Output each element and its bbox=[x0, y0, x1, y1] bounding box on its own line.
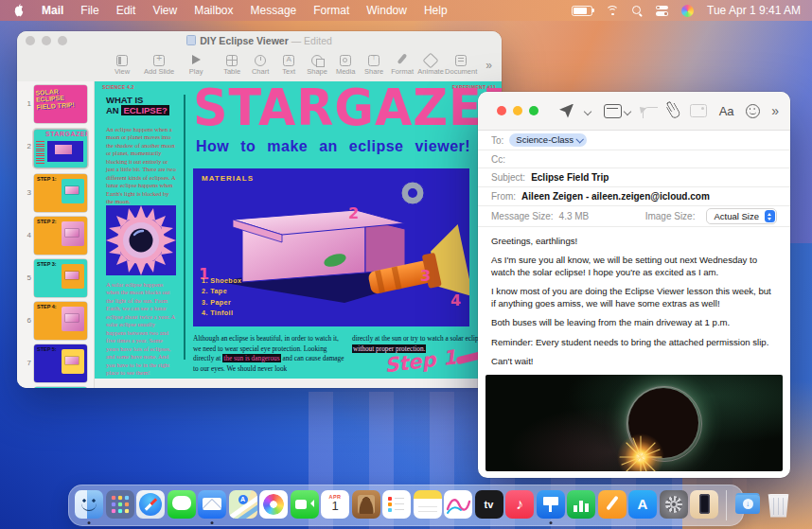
dock-item-pages[interactable] bbox=[598, 490, 627, 519]
minimize-button[interactable] bbox=[513, 106, 522, 115]
menu-help[interactable]: Help bbox=[424, 4, 448, 17]
dock-item-system-settings[interactable] bbox=[660, 490, 688, 519]
highlighted-phrase: the sun is dangerous bbox=[222, 354, 280, 362]
menu-edit[interactable]: Edit bbox=[116, 4, 136, 17]
toolbar-text-button[interactable]: Text bbox=[274, 55, 303, 76]
slide-what-is-heading[interactable]: WHAT IS AN ECLIPSE? bbox=[106, 95, 169, 116]
slide-subtitle[interactable]: How to make an eclipse viewer! bbox=[196, 138, 470, 155]
message-body-editor[interactable]: Greetings, earthlings! As I'm sure you a… bbox=[478, 227, 790, 399]
dock-item-contacts[interactable] bbox=[352, 490, 380, 519]
toolbar-format-button[interactable]: Format bbox=[388, 55, 416, 76]
dock-item-maps[interactable] bbox=[229, 490, 257, 519]
material-item: 1. Shoebox bbox=[202, 275, 241, 287]
materials-list: 1. Shoebox 2. Tape 3. Paper 4. Tinfoil bbox=[202, 275, 241, 319]
dock-item-numbers[interactable] bbox=[567, 490, 595, 519]
slide-thumbnail-7[interactable]: STEP 5: bbox=[34, 344, 87, 382]
mail-compose-window[interactable]: Aa » To: Science-Class Cc: Subject: Ecli… bbox=[478, 92, 790, 478]
eclipse-photo-attachment[interactable] bbox=[485, 375, 783, 471]
menu-file[interactable]: File bbox=[80, 4, 98, 17]
battery-icon[interactable] bbox=[572, 6, 592, 16]
format-text-button[interactable]: Aa bbox=[719, 104, 734, 118]
slide-eclipse-paragraph[interactable]: An eclipse happens when a moon or planet… bbox=[106, 126, 176, 206]
close-button[interactable] bbox=[497, 106, 506, 115]
slide-thumbnail-8[interactable]: DID YOU KNOW bbox=[34, 387, 87, 388]
cc-field[interactable]: Cc: bbox=[478, 150, 790, 168]
toolbar-document-button[interactable]: Document bbox=[445, 55, 477, 76]
dock-item-music[interactable] bbox=[505, 490, 534, 519]
subject-field[interactable]: Subject: Eclipse Field Trip bbox=[478, 168, 790, 187]
toolbar-overflow-button[interactable]: » bbox=[485, 59, 492, 72]
dock-item-iphone-mirroring[interactable] bbox=[690, 490, 718, 519]
zoom-button[interactable] bbox=[529, 106, 538, 115]
toolbar-view-button[interactable]: View bbox=[108, 55, 136, 76]
dock-item-launchpad[interactable] bbox=[106, 490, 134, 519]
slide-navigator[interactable]: 1 SOLAR ECLIPSE FIELD TRIP! 2 STARGAZER … bbox=[17, 81, 95, 388]
menu-view[interactable]: View bbox=[152, 4, 177, 17]
keynote-titlebar[interactable]: DIY Eclipse Viewer — Edited bbox=[17, 31, 502, 49]
dock-item-photos[interactable] bbox=[259, 490, 288, 519]
dock-item-apple-tv[interactable] bbox=[475, 490, 503, 519]
menu-mailbox[interactable]: Mailbox bbox=[194, 4, 233, 17]
dock-item-messages[interactable] bbox=[168, 490, 196, 519]
emoji-icon[interactable] bbox=[746, 104, 760, 118]
dock-item-app-store[interactable] bbox=[628, 490, 657, 519]
image-size-popup[interactable]: Actual Size bbox=[706, 208, 777, 224]
dock-item-keynote[interactable] bbox=[537, 490, 565, 519]
dock-item-mail[interactable] bbox=[198, 490, 226, 519]
reply-icon[interactable] bbox=[643, 107, 658, 118]
dock-item-freeform[interactable] bbox=[444, 490, 472, 519]
siri-icon[interactable] bbox=[681, 5, 694, 17]
materials-box[interactable]: MATERIALS 1 2 3 4 1. Shoebox 2. Tape 3. … bbox=[193, 168, 469, 326]
cc-label: Cc: bbox=[491, 154, 505, 165]
dock-item-reminders[interactable] bbox=[382, 490, 411, 519]
dock-item-safari[interactable] bbox=[136, 490, 165, 519]
toolbar-overflow-button[interactable]: » bbox=[771, 104, 779, 117]
apple-menu-icon[interactable] bbox=[13, 4, 25, 17]
document-proxy-icon[interactable] bbox=[186, 35, 196, 45]
toolbar-chart-button[interactable]: Chart bbox=[246, 55, 274, 76]
send-icon[interactable] bbox=[559, 104, 574, 118]
keynote-window[interactable]: DIY Eclipse Viewer — Edited View Add Sli… bbox=[17, 31, 502, 388]
toolbar-media-button[interactable]: Media bbox=[331, 55, 360, 76]
to-field[interactable]: To: Science-Class bbox=[478, 131, 790, 150]
toolbar-shape-button[interactable]: Shape bbox=[303, 55, 331, 76]
slide-canvas[interactable]: SCIENCE 4.2 EXPERIMENT #11 WHAT IS AN EC… bbox=[95, 81, 502, 379]
toolbar-share-button[interactable]: Share bbox=[360, 55, 388, 76]
slide-science-label[interactable]: SCIENCE 4.2 bbox=[102, 84, 134, 90]
dock-item-facetime[interactable] bbox=[291, 490, 319, 519]
toolbar-play-button[interactable]: Play bbox=[182, 55, 210, 76]
slide-thumbnail-row: 7 STEP 5: bbox=[17, 344, 94, 382]
sun-illustration-box[interactable] bbox=[106, 205, 176, 275]
toolbar-table-button[interactable]: Table bbox=[218, 55, 246, 76]
dock-item-calendar[interactable]: APR 1 bbox=[321, 490, 349, 519]
dock-item-downloads[interactable] bbox=[733, 490, 762, 519]
recipient-token[interactable]: Science-Class bbox=[509, 133, 587, 147]
menu-bar-clock[interactable]: Tue Apr 1 9:41 AM bbox=[707, 4, 801, 17]
menu-app-name[interactable]: Mail bbox=[42, 4, 63, 17]
slide-thumbnail-1[interactable]: SOLAR ECLIPSE FIELD TRIP! bbox=[34, 85, 87, 123]
menu-format[interactable]: Format bbox=[313, 4, 349, 17]
from-field[interactable]: From: Aileen Zeigen - aileen.zeigen@iclo… bbox=[478, 187, 790, 206]
send-options-chevron-icon[interactable] bbox=[585, 108, 591, 115]
toolbar-add-slide-button[interactable]: Add Slide bbox=[144, 55, 174, 76]
slide-solar-paragraph[interactable]: A solar eclipse happens when the moon bl… bbox=[106, 281, 176, 377]
toolbar-animate-button[interactable]: Animate bbox=[416, 55, 445, 76]
header-fields-button[interactable] bbox=[604, 104, 631, 118]
attachment-icon[interactable] bbox=[666, 102, 681, 119]
slide-title[interactable]: STARGAZER bbox=[193, 81, 502, 137]
menu-bar: Mail File Edit View Mailbox Message Form… bbox=[0, 0, 812, 21]
menu-message[interactable]: Message bbox=[251, 4, 297, 17]
spotlight-search-icon[interactable] bbox=[632, 6, 643, 16]
dock-item-finder[interactable] bbox=[75, 490, 103, 519]
wifi-icon[interactable] bbox=[606, 6, 619, 16]
dock-item-notes[interactable] bbox=[414, 490, 442, 519]
slide-thumbnail-5[interactable]: STEP 3: bbox=[34, 259, 87, 297]
slide-thumbnail-2-selected[interactable]: STARGAZER bbox=[34, 130, 87, 168]
control-center-icon[interactable] bbox=[656, 6, 668, 16]
menu-window[interactable]: Window bbox=[366, 4, 407, 17]
slide-thumbnail-6[interactable]: STEP 4: bbox=[34, 302, 87, 340]
photo-browser-icon[interactable] bbox=[690, 104, 707, 117]
caution-paragraph-left[interactable]: Although an eclipse is beautiful, in ord… bbox=[193, 334, 344, 374]
slide-thumbnail-4[interactable]: STEP 2: bbox=[34, 217, 87, 255]
slide-thumbnail-3[interactable]: STEP 1: bbox=[34, 174, 87, 212]
